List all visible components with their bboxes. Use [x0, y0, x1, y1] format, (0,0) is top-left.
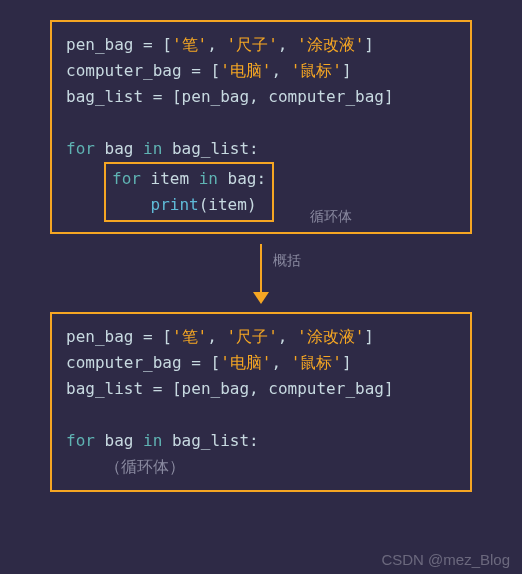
arrow: 概括: [0, 234, 522, 312]
code-line: for bag in bag_list:: [66, 136, 456, 162]
code-line: bag_list = [pen_bag, computer_bag]: [66, 376, 456, 402]
code-box-top: pen_bag = ['笔', '尺子', '涂改液'] computer_ba…: [50, 20, 472, 234]
variable: pen_bag: [66, 35, 133, 54]
placeholder-comment: （循环体）: [105, 457, 185, 476]
watermark: CSDN @mez_Blog: [381, 551, 510, 568]
arrow-line-icon: [260, 244, 262, 292]
code-line: computer_bag = ['电脑', '鼠标']: [66, 58, 456, 84]
inner-loop-label: 循环体: [310, 208, 352, 226]
blank-line: [66, 110, 456, 136]
code-line: print(item): [112, 192, 266, 218]
code-line: （循环体）: [66, 454, 456, 480]
code-line: pen_bag = ['笔', '尺子', '涂改液']: [66, 32, 456, 58]
code-line: for bag in bag_list:: [66, 428, 456, 454]
blank-line: [66, 402, 456, 428]
code-line: for item in bag:: [112, 166, 266, 192]
code-line: bag_list = [pen_bag, computer_bag]: [66, 84, 456, 110]
inner-loop-box: for item in bag: print(item): [104, 162, 274, 222]
code-line: pen_bag = ['笔', '尺子', '涂改液']: [66, 324, 456, 350]
arrow-head-icon: [253, 292, 269, 304]
code-line: computer_bag = ['电脑', '鼠标']: [66, 350, 456, 376]
arrow-label: 概括: [273, 252, 301, 270]
code-box-bottom: pen_bag = ['笔', '尺子', '涂改液'] computer_ba…: [50, 312, 472, 492]
